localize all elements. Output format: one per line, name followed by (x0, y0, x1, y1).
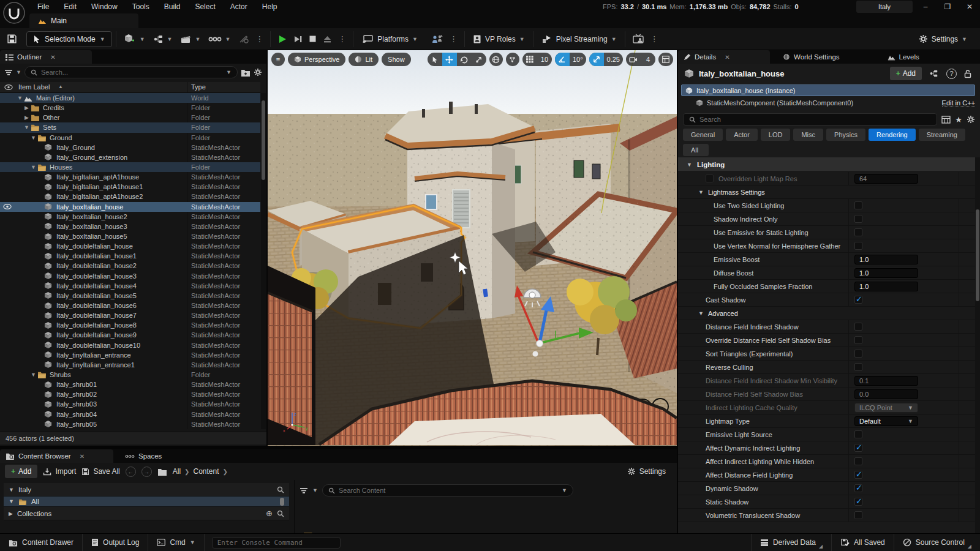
tab-levels[interactable]: Levels (882, 50, 925, 64)
level-viewport[interactable]: z y x ≡ Perspective Lit Show (268, 50, 677, 446)
surface-snapping-toggle[interactable] (506, 53, 519, 66)
viewport-options-menu[interactable]: ≡ (271, 53, 285, 66)
outliner-column-header[interactable]: Item Label ▲ Type (0, 82, 260, 93)
static-mesh-component-row[interactable]: StaticMeshComponent (StaticMeshComponent… (681, 97, 975, 108)
play-button[interactable] (274, 31, 290, 47)
checkbox-shadow-indirect-only[interactable] (854, 215, 862, 223)
outliner-row-italy-boxitalian-house[interactable]: Italy_boxItalian_houseStaticMeshActor (0, 202, 260, 212)
close-icon[interactable]: ✕ (80, 453, 85, 460)
all-saved-indicator[interactable]: All Saved (831, 534, 894, 551)
display-filter-icon[interactable] (941, 116, 951, 124)
outliner-row-main-editor-[interactable]: ▼Main (Editor)World (0, 93, 260, 103)
rotation-snap-toggle[interactable] (555, 53, 570, 66)
add-actor-icon[interactable] (120, 31, 140, 47)
new-folder-icon[interactable] (241, 69, 251, 77)
checkbox-use-emissive-for-static-lighting[interactable] (854, 228, 862, 236)
column-item-label[interactable]: Item Label (18, 83, 50, 91)
chevron-down-icon[interactable]: ▼ (226, 69, 232, 75)
outliner-row-sets[interactable]: ▼SetsFolder (0, 122, 260, 132)
filter-icon[interactable] (4, 69, 13, 76)
filter-chip-rendering[interactable]: Rendering (869, 129, 916, 141)
outliner-row-italy-shrub04[interactable]: Italy_shrub04StaticMeshActor (0, 410, 260, 419)
skip-frame-button[interactable] (290, 31, 306, 47)
forward-arrow-icon[interactable]: → (141, 467, 152, 477)
folder-all-row[interactable]: ▼ All (4, 497, 289, 507)
outliner-row-houses[interactable]: ▼HousesFolder (0, 162, 260, 172)
outliner-row-italy-shrub01[interactable]: Italy_shrub01StaticMeshActor (0, 380, 260, 389)
outliner-row-italy-doubleitalian-house[interactable]: Italy_doubleItalian_houseStaticMeshActor (0, 241, 260, 251)
move-tool[interactable] (442, 53, 457, 66)
grid-snap-value[interactable]: 10 (537, 53, 552, 66)
multi-user-kebab[interactable]: ⋮ (447, 34, 461, 43)
scale-tool[interactable] (472, 53, 486, 66)
outliner-row-italy-doubleitalian-house1[interactable]: Italy_doubleItalian_house1StaticMeshActo… (0, 251, 260, 261)
visibility-eye-icon[interactable] (3, 204, 12, 209)
expander-icon[interactable]: ▼ (29, 135, 37, 141)
minimize-button[interactable]: – (916, 0, 935, 13)
subsection-lightmass-settings[interactable]: ▼Lightmass Settings (678, 186, 975, 199)
stop-button[interactable] (306, 31, 320, 47)
value-field-fully-occluded-samples-fraction[interactable]: 1.0 (854, 282, 918, 291)
camera-speed-icon[interactable] (626, 53, 641, 66)
play-options-kebab[interactable]: ⋮ (335, 34, 349, 43)
vp-roles-dropdown[interactable]: VP Roles ▼ (469, 31, 529, 47)
world-local-toggle[interactable] (489, 53, 503, 66)
cb-save-all-button[interactable]: Save All (81, 467, 119, 476)
camera-speed-value[interactable]: 4 (641, 53, 655, 66)
chevron-down-icon[interactable]: ▼ (16, 69, 21, 75)
checkbox-cast-shadow[interactable] (854, 296, 862, 304)
content-drawer-button[interactable]: Content Drawer (0, 534, 83, 551)
breadcrumb-all[interactable]: All (173, 467, 181, 476)
viewport-scene[interactable]: z y x (268, 50, 677, 446)
scale-snap-value[interactable]: 0.25 (604, 53, 623, 66)
filter-icon[interactable] (300, 487, 308, 494)
close-icon[interactable]: ✕ (50, 54, 55, 61)
outliner-search-input[interactable]: Search... ▼ (24, 66, 238, 78)
cinematics-icon[interactable] (177, 31, 195, 47)
details-search-input[interactable]: Search (683, 113, 937, 126)
cb-settings-dropdown[interactable]: Settings (627, 467, 672, 476)
value-field-distance-field-self-shadow-bias[interactable]: 0.0 (854, 389, 918, 399)
chevron-down-icon[interactable]: ▼ (562, 487, 567, 493)
convert-blueprint-icon[interactable] (927, 69, 941, 78)
outliner-row-italy-bigitalian-apta1house1[interactable]: Italy_bigItalian_aptA1house1StaticMeshAc… (0, 182, 260, 192)
blueprints-icon[interactable] (150, 31, 167, 47)
value-field-overridden-light-map-res[interactable]: 64 (854, 174, 918, 184)
media-capture-icon[interactable] (629, 31, 647, 47)
outliner-row-italy-doubleitalian-house8[interactable]: Italy_doubleItalian_house8StaticMeshActo… (0, 320, 260, 330)
cb-import-button[interactable]: Import (43, 467, 76, 476)
capture-kebab[interactable]: ⋮ (647, 34, 662, 43)
expander-icon[interactable]: ▶ (23, 105, 31, 111)
sources-scroll-thumb[interactable] (280, 498, 284, 506)
outliner-row-italy-ground[interactable]: Italy_GroundStaticMeshActor (0, 143, 260, 152)
details-settings-gear-icon[interactable] (967, 115, 975, 124)
selection-mode-dropdown[interactable]: Selection Mode ▼ (26, 31, 112, 47)
expander-icon[interactable]: ▶ (9, 511, 13, 517)
dropdown-indirect-lighting-cache-quality[interactable]: ILCQ Point▼ (854, 403, 918, 413)
outliner-row-italy-ground-extension[interactable]: Italy_Ground_extensionStaticMeshActor (0, 152, 260, 162)
perspective-dropdown[interactable]: Perspective (288, 53, 345, 66)
checkbox-affect-dynamic-indirect-lighting[interactable] (854, 444, 862, 452)
help-icon[interactable]: ? (946, 69, 957, 79)
subsection-advanced[interactable]: ▼Advanced (678, 307, 975, 320)
column-type[interactable]: Type (191, 83, 206, 91)
menu-build[interactable]: Build (157, 2, 187, 11)
menu-tools[interactable]: Tools (126, 2, 156, 11)
outliner-row-italy-shrub05[interactable]: Italy_shrub05StaticMeshActor (0, 419, 260, 429)
maximize-viewport-button[interactable] (658, 53, 673, 66)
checkbox-distance-field-indirect-shadow[interactable] (854, 323, 862, 331)
outliner-row-italy-boxitalian-house2[interactable]: Italy_boxItalian_house2StaticMeshActor (0, 212, 260, 222)
menu-select[interactable]: Select (188, 2, 222, 11)
toolbar-overflow-kebab[interactable]: ⋮ (252, 34, 266, 43)
outliner-row-italy-bigitalian-apta1house2[interactable]: Italy_bigItalian_aptA1house2StaticMeshAc… (0, 192, 260, 201)
back-arrow-icon[interactable]: ← (126, 467, 136, 477)
grid-snap-toggle[interactable] (522, 53, 537, 66)
pixel-streaming-dropdown[interactable]: Pixel Streaming ▼ (537, 31, 621, 47)
chevron-down-icon[interactable]: ▼ (312, 487, 318, 493)
filter-chip-streaming[interactable]: Streaming (919, 129, 965, 141)
chevron-down-icon[interactable]: ▼ (225, 36, 230, 42)
outliner-row-shrubs[interactable]: ▼ShrubsFolder (0, 370, 260, 380)
output-log-button[interactable]: Output Log (83, 534, 148, 551)
rotate-tool[interactable] (457, 53, 472, 66)
outliner-row-italy-tinyitalian-entrance1[interactable]: Italy_tinyItalian_entrance1StaticMeshAct… (0, 360, 260, 370)
